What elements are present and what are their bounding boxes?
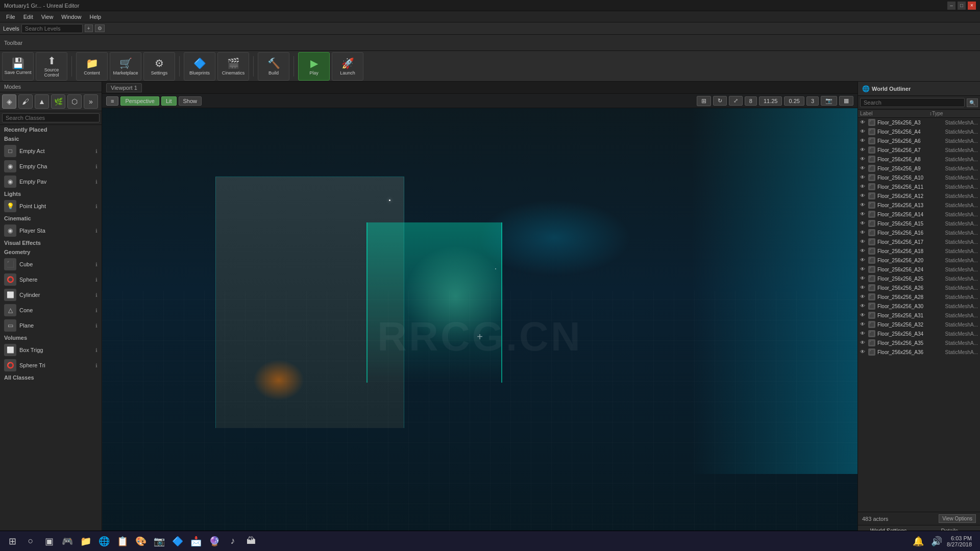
outliner-item[interactable]: 👁 ⬛ Floor_256x256_A10 StaticMeshA... [858,173,980,182]
start-button[interactable]: ⊞ [4,533,20,549]
list-item[interactable]: ⭕ Sphere Tri ℹ [0,358,102,373]
outliner-item[interactable]: 👁 ⬛ Floor_256x256_A25 StaticMeshA... [858,274,980,283]
outliner-item[interactable]: 👁 ⬛ Floor_256x256_A16 StaticMeshA... [858,228,980,237]
outliner-item[interactable]: 👁 ⬛ Floor_256x256_A4 StaticMeshA... [858,127,980,136]
outliner-item[interactable]: 👁 ⬛ Floor_256x256_A8 StaticMeshA... [858,155,980,164]
search-button[interactable]: ○ [22,533,39,549]
landscape-mode-button[interactable]: ▲ [35,94,49,109]
menu-window[interactable]: Window [57,11,85,22]
outliner-item[interactable]: 👁 ⬛ Floor_256x256_A20 StaticMeshA... [858,256,980,265]
vp-layout-button[interactable]: ▦ [839,96,853,106]
launch-button[interactable]: 🚀 Launch [332,52,363,81]
outliner-item[interactable]: 👁 ⬛ Floor_256x256_A9 StaticMeshA... [858,164,980,173]
category-cinematic[interactable]: Cinematic [0,214,102,223]
marketplace-button[interactable]: 🛒 Marketplace [110,52,141,81]
play-button[interactable]: ▶ Play [298,52,330,81]
vp-lit-button[interactable]: Lit [161,96,177,106]
vp-mode-wireframe-button[interactable]: ≡ [106,96,118,106]
viewport-content[interactable]: ≡ Perspective Lit Show ⊞ ↻ ⤢ 8 11.25 0.2… [102,94,857,551]
outliner-item[interactable]: 👁 ⬛ Floor_256x256_A7 StaticMeshA... [858,145,980,155]
minimize-button[interactable]: – [947,2,955,10]
foliage-mode-button[interactable]: 🌿 [51,94,65,109]
taskbar-app[interactable]: 🔮 [206,533,223,549]
vp-show-button[interactable]: Show [179,96,202,106]
taskbar-mail[interactable]: 📩 [188,533,204,549]
list-item[interactable]: ◉ Empty Cha ℹ [0,159,102,174]
taskbar-notification[interactable]: 🔔 [910,533,926,549]
menu-edit[interactable]: Edit [19,11,37,22]
outliner-search-input[interactable] [860,98,965,107]
list-item[interactable]: 💡 Point Light ℹ [0,198,102,214]
geometry-mode-button[interactable]: ⬡ [67,94,82,109]
outliner-item[interactable]: 👁 ⬛ Floor_256x256_A28 StaticMeshA... [858,292,980,302]
view-options-button[interactable]: View Options [939,514,976,523]
save-current-button[interactable]: 💾 Save Current [2,52,34,81]
list-item[interactable]: ⬜ Cylinder ℹ [0,287,102,303]
taskbar-music[interactable]: ♪ [225,533,241,549]
outliner-item[interactable]: 👁 ⬛ Floor_256x256_A6 StaticMeshA... [858,136,980,145]
outliner-item[interactable]: 👁 ⬛ Floor_256x256_A26 StaticMeshA... [858,283,980,292]
settings-button[interactable]: ⚙ Settings [143,52,175,81]
taskbar-camera[interactable]: 📷 [151,533,167,549]
search-levels-input[interactable] [21,24,83,33]
source-control-button[interactable]: ⬆ Source Control [36,52,67,81]
outliner-item[interactable]: 👁 ⬛ Floor_256x256_A17 StaticMeshA... [858,237,980,246]
outliner-item[interactable]: 👁 ⬛ Floor_256x256_A3 StaticMeshA... [858,118,980,127]
outliner-item[interactable]: 👁 ⬛ Floor_256x256_A18 StaticMeshA... [858,246,980,256]
category-geometry[interactable]: Geometry [0,247,102,257]
levels-add-button[interactable]: + [85,24,93,32]
outliner-item[interactable]: 👁 ⬛ Floor_256x256_A31 StaticMeshA... [858,311,980,320]
list-item[interactable]: ▭ Plane ℹ [0,318,102,333]
vp-value-025[interactable]: 0.25 [784,96,804,106]
outliner-item[interactable]: 👁 ⬛ Floor_256x256_A36 StaticMeshA... [858,347,980,357]
list-item[interactable]: △ Cone ℹ [0,303,102,318]
outliner-item[interactable]: 👁 ⬛ Floor_256x256_A11 StaticMeshA... [858,182,980,191]
vp-scale-snap-button[interactable]: ⤢ [729,96,743,106]
menu-view[interactable]: View [37,11,58,22]
viewport[interactable]: Viewport 1 ≡ Perspective Lit Show ⊞ ↻ ⤢ … [102,82,857,551]
taskbar-explorer[interactable]: 📁 [78,533,94,549]
list-item[interactable]: ⬛ Cube ℹ [0,257,102,272]
paint-mode-button[interactable]: 🖌 [18,94,33,109]
category-visual-effects[interactable]: Visual Effects [0,238,102,247]
category-lights[interactable]: Lights [0,189,102,198]
taskbar-ps[interactable]: 🎨 [133,533,149,549]
category-basic[interactable]: Basic [0,134,102,143]
content-button[interactable]: 📁 Content [76,52,108,81]
list-item[interactable]: ◉ Empty Pav ℹ [0,174,102,189]
menu-help[interactable]: Help [85,11,105,22]
outliner-item[interactable]: 👁 ⬛ Floor_256x256_A13 StaticMeshA... [858,201,980,210]
taskbar-ue-engine[interactable]: 🏔 [243,533,259,549]
taskbar-files[interactable]: 📋 [114,533,131,549]
category-recently-placed[interactable]: Recently Placed [0,125,102,134]
place-mode-button[interactable]: ◈ [2,94,16,109]
taskbar-3ds[interactable]: 🔷 [169,533,186,549]
list-item[interactable]: □ Empty Act ℹ [0,143,102,159]
outliner-item[interactable]: 👁 ⬛ Floor_256x256_A32 StaticMeshA... [858,320,980,329]
outliner-search-button[interactable]: 🔍 [967,98,978,107]
more-modes-button[interactable]: » [84,94,98,109]
build-button[interactable]: 🔨 Build [258,52,289,81]
maximize-button[interactable]: □ [958,2,966,10]
vp-rotation-snap-button[interactable]: ↻ [713,96,727,106]
outliner-item[interactable]: 👁 ⬛ Floor_256x256_A34 StaticMeshA... [858,329,980,338]
outliner-item[interactable]: 👁 ⬛ Floor_256x256_A24 StaticMeshA... [858,265,980,274]
search-classes-input[interactable] [2,113,100,122]
task-view-button[interactable]: ▣ [41,533,57,549]
outliner-item[interactable]: 👁 ⬛ Floor_256x256_A35 StaticMeshA... [858,338,980,347]
taskbar-ue4[interactable]: 🎮 [59,533,76,549]
cinematics-button[interactable]: 🎬 Cinematics [217,52,249,81]
list-item[interactable]: ⬜ Box Trigg ℹ [0,342,102,358]
vp-value-1125[interactable]: 11.25 [759,96,782,106]
taskbar-volume[interactable]: 🔊 [928,533,945,549]
vp-value-3[interactable]: 3 [806,96,819,106]
category-all-classes[interactable]: All Classes [0,373,102,382]
menu-file[interactable]: File [2,11,19,22]
category-volumes[interactable]: Volumes [0,333,102,342]
vp-value-8[interactable]: 8 [745,96,757,106]
outliner-item[interactable]: 👁 ⬛ Floor_256x256_A30 StaticMeshA... [858,302,980,311]
close-button[interactable]: × [968,2,976,10]
vp-grid-snap-button[interactable]: ⊞ [697,96,711,106]
list-item[interactable]: ◉ Player Sta ℹ [0,223,102,238]
vp-camera-button[interactable]: 📷 [821,96,837,106]
